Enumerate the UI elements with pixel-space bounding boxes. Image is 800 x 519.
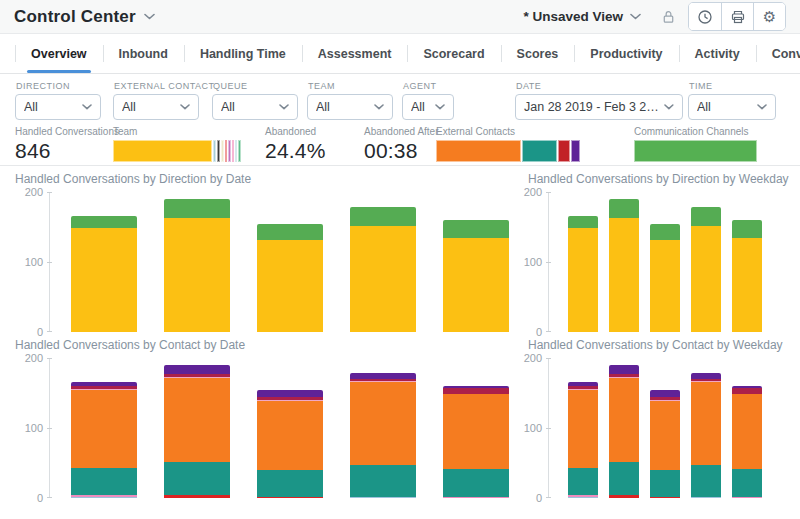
filter-agent: AGENTAll: [402, 81, 454, 120]
plot-area: [49, 192, 515, 332]
y-tick-mark: [47, 331, 52, 332]
bar-segment: [221, 140, 224, 162]
selected-value: All: [316, 100, 330, 114]
bar-segment: [228, 140, 231, 162]
kpi-abandoned: Abandoned 24.4%: [265, 126, 340, 163]
segment-gold: [71, 228, 137, 332]
print-button[interactable]: [721, 3, 753, 30]
view-selector[interactable]: * Unsaved View: [523, 9, 641, 24]
filter-label: QUEUE: [213, 81, 298, 91]
tab-conversations[interactable]: Conversations: [756, 34, 800, 73]
filter-external-contact-select[interactable]: All: [113, 94, 199, 120]
segment-pink: [732, 497, 762, 498]
segment-teal: [443, 469, 509, 497]
stacked-bar-4[interactable]: [691, 207, 721, 332]
filter-label: DATE: [516, 81, 683, 91]
stacked-bar-3[interactable]: [257, 390, 323, 498]
segment-orange: [164, 378, 230, 462]
stacked-bar-1[interactable]: [71, 216, 137, 332]
communication-channels-distribution-bar[interactable]: [634, 140, 769, 162]
filter-label: TIME: [689, 81, 776, 91]
top-bar: Control Center * Unsaved View: [0, 0, 800, 34]
settings-button[interactable]: ⚙: [753, 3, 785, 30]
view-label: * Unsaved View: [523, 9, 623, 24]
stacked-bar-3[interactable]: [650, 390, 680, 498]
y-tick-label: 100: [522, 422, 542, 434]
tab-inbound[interactable]: Inbound: [103, 34, 184, 73]
y-tick-label: 0: [9, 492, 43, 504]
segment-green: [691, 207, 721, 225]
filter-time-select[interactable]: All: [688, 94, 776, 120]
segment-gold: [691, 226, 721, 332]
segment-light-blue: [568, 497, 598, 498]
schedule-button[interactable]: [689, 3, 721, 30]
tab-activity[interactable]: Activity: [679, 34, 756, 73]
stacked-bar-1[interactable]: [568, 216, 598, 332]
plot-area: [548, 192, 784, 332]
chart-plot: 0100200: [528, 358, 784, 498]
filter-date-select[interactable]: Jan 28 2019 - Feb 3 2019: [515, 94, 683, 120]
chevron-down-icon: [435, 104, 445, 110]
selected-value: All: [221, 100, 235, 114]
stacked-bar-2[interactable]: [164, 199, 230, 332]
stacked-bar-4[interactable]: [691, 373, 721, 498]
tab-overview[interactable]: Overview: [15, 34, 103, 73]
segment-gold: [164, 218, 230, 332]
filter-direction-select[interactable]: All: [15, 94, 101, 120]
y-tick-mark: [47, 428, 52, 429]
segment-light-blue: [350, 497, 416, 498]
clock-icon: [697, 9, 713, 25]
kpi-label: Abandoned After: [364, 126, 432, 139]
stacked-bar-5[interactable]: [732, 220, 762, 332]
selected-value: Jan 28 2019 - Feb 3 2019: [524, 100, 664, 114]
filter-queue-select[interactable]: All: [212, 94, 298, 120]
tab-scores[interactable]: Scores: [501, 34, 575, 73]
stacked-bar-2[interactable]: [609, 365, 639, 498]
segment-teal: [71, 468, 137, 495]
lock-icon[interactable]: [661, 9, 676, 25]
plot-area: [49, 358, 515, 498]
stacked-bar-2[interactable]: [164, 365, 230, 498]
segment-pink: [443, 497, 509, 498]
chevron-down-icon: [757, 104, 767, 110]
tab-scorecard[interactable]: Scorecard: [407, 34, 500, 73]
segment-teal: [257, 470, 323, 497]
segment-orange: [732, 394, 762, 468]
segment-green: [443, 220, 509, 238]
chevron-down-icon: [144, 13, 155, 20]
tab-productivity[interactable]: Productivity: [574, 34, 678, 73]
filter-team-select[interactable]: All: [307, 94, 393, 120]
stacked-bar-2[interactable]: [609, 199, 639, 332]
tab-handling-time[interactable]: Handling Time: [184, 34, 302, 73]
kpi-label: Abandoned: [265, 126, 340, 139]
chart-title: Handled Conversations by Direction by We…: [528, 172, 784, 186]
stacked-bar-5[interactable]: [443, 386, 509, 498]
y-tick-label: 0: [522, 492, 542, 504]
segment-green: [350, 207, 416, 225]
stacked-bar-3[interactable]: [257, 224, 323, 332]
segment-purple: [650, 390, 680, 397]
y-axis: 0100200: [528, 358, 548, 498]
stacked-bar-3[interactable]: [650, 224, 680, 332]
filter-agent-select[interactable]: All: [402, 94, 454, 120]
y-tick-mark: [546, 192, 551, 193]
stacked-bar-4[interactable]: [350, 373, 416, 498]
stacked-bar-5[interactable]: [732, 386, 762, 498]
chart-plot: 0100200: [528, 192, 784, 332]
y-tick-mark: [546, 262, 551, 263]
segment-red: [164, 495, 230, 498]
segment-orange: [71, 390, 137, 468]
chart-contact-by-weekday: Handled Conversations by Contact by Week…: [528, 338, 784, 498]
stacked-bar-5[interactable]: [443, 220, 509, 332]
external-contacts-distribution-bar[interactable]: [436, 140, 584, 162]
tab-assessment[interactable]: Assessment: [302, 34, 408, 73]
dashboard-title-menu[interactable]: Control Center: [14, 7, 155, 27]
stacked-bar-4[interactable]: [350, 207, 416, 332]
y-tick-mark: [546, 497, 551, 498]
stacked-bar-1[interactable]: [568, 382, 598, 498]
charts-row-1: Handled Conversations by Direction by Da…: [0, 172, 800, 332]
segment-light-blue: [691, 497, 721, 498]
stacked-bar-1[interactable]: [71, 382, 137, 498]
segment-light-blue: [71, 497, 137, 498]
team-distribution-bar[interactable]: [113, 140, 237, 162]
